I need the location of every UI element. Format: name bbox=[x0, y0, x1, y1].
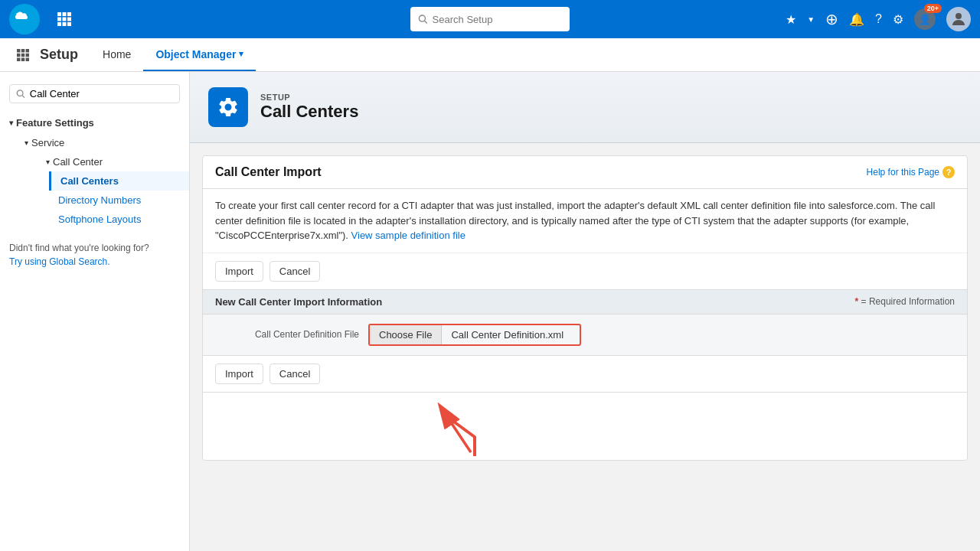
tab-object-manager[interactable]: Object Manager ▾ bbox=[143, 38, 256, 71]
service-caret: ▾ bbox=[24, 139, 28, 147]
waffle-icon[interactable] bbox=[51, 12, 78, 26]
required-star: * bbox=[855, 296, 859, 307]
page-icon bbox=[208, 87, 248, 127]
svg-rect-6 bbox=[57, 22, 61, 26]
svg-rect-18 bbox=[17, 57, 20, 60]
required-legend: * = Required Information bbox=[855, 296, 955, 307]
file-input-wrapper: Choose File Call Center Definition.xml bbox=[368, 324, 581, 346]
choose-file-button[interactable]: Choose File bbox=[370, 325, 442, 344]
sidebar-search[interactable] bbox=[9, 84, 180, 103]
svg-rect-2 bbox=[67, 12, 71, 16]
search-bar bbox=[410, 7, 570, 31]
form-section-title: New Call Center Import Information bbox=[215, 296, 382, 308]
call-center-caret: ▾ bbox=[46, 158, 50, 166]
file-name-display: Call Center Definition.xml bbox=[442, 325, 580, 344]
page-title: Call Centers bbox=[260, 102, 358, 122]
global-search-link[interactable]: Try using Global Search. bbox=[9, 256, 110, 267]
feature-settings-caret: ▾ bbox=[9, 119, 13, 127]
top-nav: ★ ▼ ⊕ 🔔 ? ⚙ 👤 20+ bbox=[0, 0, 980, 38]
arrow-container bbox=[203, 399, 967, 460]
notification-badge: 20+ bbox=[924, 4, 942, 13]
svg-point-9 bbox=[419, 15, 425, 21]
sidebar-item-directory-numbers[interactable]: Directory Numbers bbox=[49, 191, 189, 210]
gear-icon bbox=[217, 96, 240, 119]
sidebar-search-icon bbox=[16, 89, 25, 99]
cancel-button-bottom[interactable]: Cancel bbox=[270, 364, 320, 384]
user-icon-container[interactable]: 👤 20+ bbox=[914, 8, 936, 30]
tab-home[interactable]: Home bbox=[90, 38, 143, 71]
svg-line-10 bbox=[425, 21, 427, 23]
salesforce-logo[interactable] bbox=[9, 4, 40, 34]
form-row: Call Center Definition File Choose File … bbox=[203, 315, 967, 355]
svg-rect-12 bbox=[17, 49, 20, 52]
card-title: Call Center Import bbox=[215, 165, 322, 179]
layout: ▾ Feature Settings ▾ Service ▾ Call Cent… bbox=[0, 72, 980, 551]
svg-rect-0 bbox=[57, 12, 61, 16]
form-section: New Call Center Import Information * = R… bbox=[203, 290, 967, 356]
content-area: Call Center Import Help for this Page ? … bbox=[190, 143, 980, 485]
svg-rect-1 bbox=[63, 12, 67, 16]
setup-label: SETUP bbox=[260, 93, 358, 102]
star-icon[interactable]: ★ bbox=[786, 12, 796, 27]
search-icon bbox=[418, 14, 428, 24]
svg-rect-7 bbox=[63, 22, 67, 26]
settings-icon[interactable]: ⚙ bbox=[893, 12, 903, 27]
content-card: Call Center Import Help for this Page ? … bbox=[202, 155, 968, 461]
sidebar-item-call-centers[interactable]: Call Centers bbox=[49, 171, 189, 191]
svg-rect-20 bbox=[26, 57, 29, 60]
svg-point-11 bbox=[956, 13, 962, 19]
app-name: Setup bbox=[37, 38, 90, 71]
sidebar-not-found: Didn't find what you're looking for? Try… bbox=[0, 229, 189, 281]
svg-rect-3 bbox=[57, 18, 61, 21]
svg-line-23 bbox=[448, 418, 471, 452]
svg-rect-13 bbox=[21, 49, 24, 52]
svg-rect-16 bbox=[21, 53, 24, 56]
sidebar: ▾ Feature Settings ▾ Service ▾ Call Cent… bbox=[0, 72, 190, 551]
svg-rect-8 bbox=[67, 22, 71, 26]
red-arrow-annotation bbox=[429, 399, 490, 458]
help-link[interactable]: Help for this Page ? bbox=[867, 166, 955, 178]
app-tab-bar: Setup Home Object Manager ▾ bbox=[0, 38, 980, 72]
svg-rect-4 bbox=[63, 18, 67, 21]
svg-rect-19 bbox=[21, 57, 24, 60]
sidebar-service-header[interactable]: ▾ Service bbox=[15, 133, 189, 152]
add-icon[interactable]: ⊕ bbox=[825, 10, 838, 28]
svg-rect-14 bbox=[26, 49, 29, 52]
sidebar-call-center-items: Call Centers Directory Numbers Softphone… bbox=[37, 171, 189, 229]
sidebar-search-input[interactable] bbox=[30, 88, 173, 99]
help-icon[interactable]: ? bbox=[875, 12, 882, 26]
nav-icons: ★ ▼ ⊕ 🔔 ? ⚙ 👤 20+ bbox=[786, 7, 971, 31]
bottom-btn-row: Import Cancel bbox=[203, 356, 967, 393]
view-sample-link[interactable]: View sample definition file bbox=[351, 230, 466, 241]
sidebar-feature-settings: ▾ Feature Settings ▾ Service ▾ Call Cent… bbox=[0, 112, 189, 229]
card-header: Call Center Import Help for this Page ? bbox=[203, 156, 967, 189]
description-text: To create your first call center record … bbox=[203, 189, 967, 253]
svg-line-22 bbox=[22, 96, 24, 98]
form-label: Call Center Definition File bbox=[215, 329, 368, 340]
import-button-bottom[interactable]: Import bbox=[215, 364, 263, 384]
notification-icon[interactable]: 🔔 bbox=[849, 12, 864, 27]
tab-waffle-icon[interactable] bbox=[9, 38, 37, 71]
svg-rect-5 bbox=[67, 18, 71, 21]
sidebar-call-center-header[interactable]: ▾ Call Center bbox=[37, 152, 189, 171]
help-icon-badge: ? bbox=[942, 166, 955, 178]
page-header: SETUP Call Centers bbox=[190, 72, 980, 143]
tab-dropdown-icon: ▾ bbox=[239, 49, 243, 59]
search-input[interactable] bbox=[433, 14, 562, 25]
svg-point-21 bbox=[17, 90, 23, 96]
form-section-header: New Call Center Import Information * = R… bbox=[203, 290, 967, 315]
svg-rect-15 bbox=[17, 53, 20, 56]
main-content: SETUP Call Centers Call Center Import He… bbox=[190, 72, 980, 551]
svg-rect-17 bbox=[26, 53, 29, 56]
top-btn-row: Import Cancel bbox=[203, 253, 967, 290]
cancel-button-top[interactable]: Cancel bbox=[270, 261, 320, 282]
sidebar-service-group: ▾ Service ▾ Call Center Call Centers Dir… bbox=[0, 133, 189, 229]
star-dropdown-icon[interactable]: ▼ bbox=[807, 15, 815, 24]
sidebar-item-softphone-layouts[interactable]: Softphone Layouts bbox=[49, 210, 189, 229]
sidebar-call-center-group: ▾ Call Center Call Centers Directory Num… bbox=[15, 152, 189, 229]
sidebar-feature-settings-header[interactable]: ▾ Feature Settings bbox=[0, 112, 189, 133]
avatar[interactable] bbox=[946, 7, 971, 31]
import-button-top[interactable]: Import bbox=[215, 261, 263, 282]
page-header-text: SETUP Call Centers bbox=[260, 93, 358, 122]
